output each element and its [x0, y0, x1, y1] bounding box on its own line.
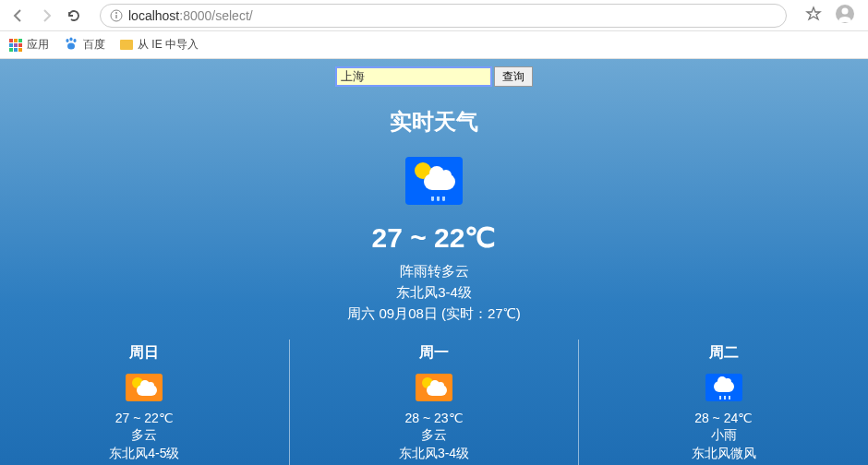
profile-avatar-icon[interactable] — [835, 4, 855, 28]
forecast-wind: 东北风微风 — [579, 446, 868, 462]
apps-shortcut[interactable]: 应用 — [9, 37, 49, 53]
apps-label: 应用 — [27, 37, 49, 53]
svg-point-8 — [67, 42, 75, 49]
city-input[interactable] — [335, 66, 492, 87]
realtime-condition: 阵雨转多云 — [0, 263, 868, 280]
forecast-cond: 多云 — [0, 427, 289, 444]
svg-point-1 — [115, 12, 117, 14]
import-label: 从 IE 中导入 — [138, 37, 199, 53]
arrow-right-icon — [39, 8, 54, 23]
forecast-row: 周日 27 ~ 22℃ 多云 东北风4-5级 周一 28 ~ 23℃ 多云 东北… — [0, 340, 868, 465]
reload-button[interactable] — [63, 5, 85, 27]
forecast-temp: 27 ~ 22℃ — [0, 411, 289, 425]
site-info-icon[interactable] — [110, 9, 123, 22]
partly-cloudy-icon — [126, 374, 163, 401]
query-button[interactable]: 查询 — [494, 66, 533, 87]
svg-rect-2 — [115, 15, 116, 18]
realtime-wind: 东北风3-4级 — [0, 284, 868, 302]
realtime-date: 周六 09月08日 (实时：27℃) — [0, 305, 868, 323]
forecast-cond: 多云 — [290, 427, 579, 444]
browser-toolbar: localhost:8000/select/ — [0, 0, 868, 31]
bookmark-baidu[interactable]: 百度 — [64, 36, 105, 54]
forecast-cond: 小雨 — [579, 427, 868, 444]
svg-point-7 — [73, 39, 76, 42]
forecast-wind: 东北风3-4级 — [290, 446, 579, 462]
realtime-weather-icon — [405, 157, 463, 205]
light-rain-icon — [705, 374, 742, 401]
weather-page: 查询 实时天气 27 ~ 22℃ 阵雨转多云 东北风3-4级 周六 09月08日… — [0, 59, 868, 465]
svg-point-5 — [66, 39, 68, 42]
address-bar[interactable]: localhost:8000/select/ — [100, 4, 787, 28]
page-title: 实时天气 — [0, 107, 868, 137]
svg-point-6 — [69, 37, 72, 41]
bookmark-import-ie[interactable]: 从 IE 中导入 — [120, 37, 199, 53]
folder-icon — [120, 40, 133, 50]
forward-button[interactable] — [35, 5, 57, 27]
partly-cloudy-icon — [416, 374, 452, 401]
svg-point-4 — [842, 7, 849, 14]
forecast-temp: 28 ~ 23℃ — [290, 411, 579, 425]
baidu-label: 百度 — [83, 37, 105, 53]
forecast-day-label: 周一 — [290, 343, 579, 363]
forecast-day-label: 周二 — [579, 343, 868, 363]
forecast-day-label: 周日 — [0, 343, 289, 363]
search-row: 查询 — [0, 66, 868, 87]
reload-icon — [66, 8, 81, 23]
bookmarks-bar: 应用 百度 从 IE 中导入 — [0, 31, 868, 59]
forecast-wind: 东北风4-5级 — [0, 446, 289, 462]
baidu-paw-icon — [64, 36, 78, 54]
forecast-day-0: 周日 27 ~ 22℃ 多云 东北风4-5级 — [0, 340, 289, 465]
bookmark-star-icon[interactable] — [805, 6, 822, 26]
forecast-day-2: 周二 28 ~ 24℃ 小雨 东北风微风 — [578, 340, 868, 465]
back-button[interactable] — [7, 5, 30, 27]
forecast-temp: 28 ~ 24℃ — [579, 411, 868, 425]
apps-grid-icon — [9, 39, 22, 52]
url-text: localhost:8000/select/ — [128, 8, 253, 23]
forecast-day-1: 周一 28 ~ 23℃ 多云 东北风3-4级 — [289, 340, 579, 465]
arrow-left-icon — [11, 8, 26, 23]
realtime-temperature: 27 ~ 22℃ — [0, 221, 868, 254]
